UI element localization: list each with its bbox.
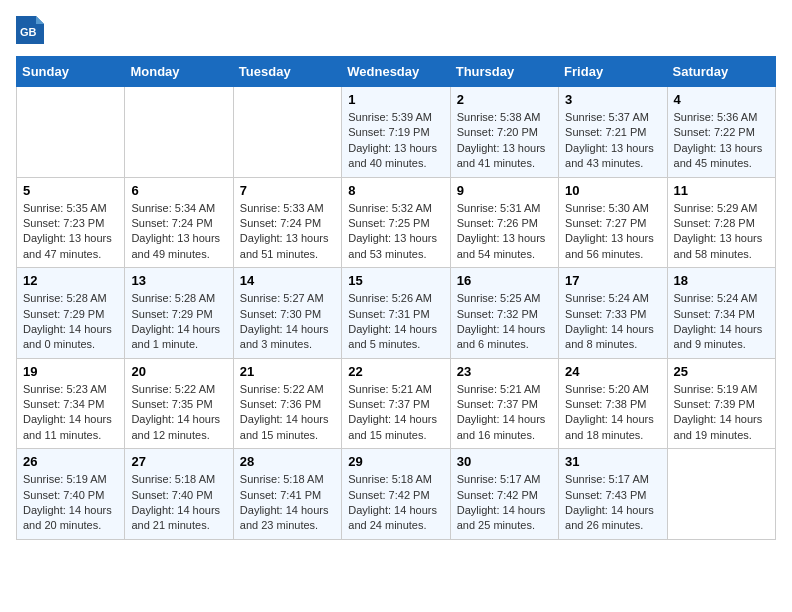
day-number: 29 bbox=[348, 454, 443, 469]
day-number: 7 bbox=[240, 183, 335, 198]
calendar-cell bbox=[667, 449, 775, 540]
logo: GB bbox=[16, 16, 46, 44]
day-number: 13 bbox=[131, 273, 226, 288]
calendar-week-5: 26Sunrise: 5:19 AM Sunset: 7:40 PM Dayli… bbox=[17, 449, 776, 540]
day-number: 27 bbox=[131, 454, 226, 469]
day-number: 2 bbox=[457, 92, 552, 107]
calendar-cell: 20Sunrise: 5:22 AM Sunset: 7:35 PM Dayli… bbox=[125, 358, 233, 449]
day-info: Sunrise: 5:25 AM Sunset: 7:32 PM Dayligh… bbox=[457, 291, 552, 353]
calendar-cell: 28Sunrise: 5:18 AM Sunset: 7:41 PM Dayli… bbox=[233, 449, 341, 540]
calendar-cell: 19Sunrise: 5:23 AM Sunset: 7:34 PM Dayli… bbox=[17, 358, 125, 449]
day-number: 20 bbox=[131, 364, 226, 379]
day-number: 23 bbox=[457, 364, 552, 379]
svg-text:GB: GB bbox=[20, 26, 37, 38]
day-info: Sunrise: 5:24 AM Sunset: 7:33 PM Dayligh… bbox=[565, 291, 660, 353]
calendar-cell: 30Sunrise: 5:17 AM Sunset: 7:42 PM Dayli… bbox=[450, 449, 558, 540]
day-info: Sunrise: 5:23 AM Sunset: 7:34 PM Dayligh… bbox=[23, 382, 118, 444]
day-info: Sunrise: 5:27 AM Sunset: 7:30 PM Dayligh… bbox=[240, 291, 335, 353]
day-info: Sunrise: 5:18 AM Sunset: 7:41 PM Dayligh… bbox=[240, 472, 335, 534]
calendar-cell: 27Sunrise: 5:18 AM Sunset: 7:40 PM Dayli… bbox=[125, 449, 233, 540]
day-info: Sunrise: 5:36 AM Sunset: 7:22 PM Dayligh… bbox=[674, 110, 769, 172]
day-number: 14 bbox=[240, 273, 335, 288]
calendar-cell: 24Sunrise: 5:20 AM Sunset: 7:38 PM Dayli… bbox=[559, 358, 667, 449]
calendar-cell: 9Sunrise: 5:31 AM Sunset: 7:26 PM Daylig… bbox=[450, 177, 558, 268]
calendar-cell bbox=[125, 87, 233, 178]
day-number: 21 bbox=[240, 364, 335, 379]
calendar-cell: 2Sunrise: 5:38 AM Sunset: 7:20 PM Daylig… bbox=[450, 87, 558, 178]
day-number: 10 bbox=[565, 183, 660, 198]
day-number: 3 bbox=[565, 92, 660, 107]
calendar-cell: 22Sunrise: 5:21 AM Sunset: 7:37 PM Dayli… bbox=[342, 358, 450, 449]
weekday-header-saturday: Saturday bbox=[667, 57, 775, 87]
day-number: 8 bbox=[348, 183, 443, 198]
weekday-header-monday: Monday bbox=[125, 57, 233, 87]
weekday-header-row: SundayMondayTuesdayWednesdayThursdayFrid… bbox=[17, 57, 776, 87]
calendar-week-4: 19Sunrise: 5:23 AM Sunset: 7:34 PM Dayli… bbox=[17, 358, 776, 449]
weekday-header-sunday: Sunday bbox=[17, 57, 125, 87]
day-number: 16 bbox=[457, 273, 552, 288]
day-number: 5 bbox=[23, 183, 118, 198]
day-info: Sunrise: 5:17 AM Sunset: 7:42 PM Dayligh… bbox=[457, 472, 552, 534]
day-info: Sunrise: 5:30 AM Sunset: 7:27 PM Dayligh… bbox=[565, 201, 660, 263]
calendar-cell: 14Sunrise: 5:27 AM Sunset: 7:30 PM Dayli… bbox=[233, 268, 341, 359]
calendar-cell: 29Sunrise: 5:18 AM Sunset: 7:42 PM Dayli… bbox=[342, 449, 450, 540]
day-info: Sunrise: 5:19 AM Sunset: 7:39 PM Dayligh… bbox=[674, 382, 769, 444]
calendar-cell: 26Sunrise: 5:19 AM Sunset: 7:40 PM Dayli… bbox=[17, 449, 125, 540]
day-number: 26 bbox=[23, 454, 118, 469]
calendar-cell: 10Sunrise: 5:30 AM Sunset: 7:27 PM Dayli… bbox=[559, 177, 667, 268]
calendar-cell: 11Sunrise: 5:29 AM Sunset: 7:28 PM Dayli… bbox=[667, 177, 775, 268]
weekday-header-tuesday: Tuesday bbox=[233, 57, 341, 87]
calendar-week-3: 12Sunrise: 5:28 AM Sunset: 7:29 PM Dayli… bbox=[17, 268, 776, 359]
day-info: Sunrise: 5:18 AM Sunset: 7:40 PM Dayligh… bbox=[131, 472, 226, 534]
day-number: 1 bbox=[348, 92, 443, 107]
day-info: Sunrise: 5:28 AM Sunset: 7:29 PM Dayligh… bbox=[23, 291, 118, 353]
weekday-header-friday: Friday bbox=[559, 57, 667, 87]
day-number: 31 bbox=[565, 454, 660, 469]
day-info: Sunrise: 5:37 AM Sunset: 7:21 PM Dayligh… bbox=[565, 110, 660, 172]
day-info: Sunrise: 5:33 AM Sunset: 7:24 PM Dayligh… bbox=[240, 201, 335, 263]
calendar-cell: 12Sunrise: 5:28 AM Sunset: 7:29 PM Dayli… bbox=[17, 268, 125, 359]
day-number: 25 bbox=[674, 364, 769, 379]
day-number: 12 bbox=[23, 273, 118, 288]
calendar-cell: 15Sunrise: 5:26 AM Sunset: 7:31 PM Dayli… bbox=[342, 268, 450, 359]
weekday-header-wednesday: Wednesday bbox=[342, 57, 450, 87]
day-number: 9 bbox=[457, 183, 552, 198]
day-info: Sunrise: 5:22 AM Sunset: 7:36 PM Dayligh… bbox=[240, 382, 335, 444]
day-info: Sunrise: 5:28 AM Sunset: 7:29 PM Dayligh… bbox=[131, 291, 226, 353]
day-number: 30 bbox=[457, 454, 552, 469]
day-number: 22 bbox=[348, 364, 443, 379]
day-info: Sunrise: 5:32 AM Sunset: 7:25 PM Dayligh… bbox=[348, 201, 443, 263]
calendar-cell: 3Sunrise: 5:37 AM Sunset: 7:21 PM Daylig… bbox=[559, 87, 667, 178]
day-info: Sunrise: 5:24 AM Sunset: 7:34 PM Dayligh… bbox=[674, 291, 769, 353]
logo-icon: GB bbox=[16, 16, 44, 44]
calendar-cell: 7Sunrise: 5:33 AM Sunset: 7:24 PM Daylig… bbox=[233, 177, 341, 268]
day-info: Sunrise: 5:19 AM Sunset: 7:40 PM Dayligh… bbox=[23, 472, 118, 534]
day-info: Sunrise: 5:38 AM Sunset: 7:20 PM Dayligh… bbox=[457, 110, 552, 172]
calendar-cell bbox=[233, 87, 341, 178]
calendar-cell: 23Sunrise: 5:21 AM Sunset: 7:37 PM Dayli… bbox=[450, 358, 558, 449]
day-info: Sunrise: 5:17 AM Sunset: 7:43 PM Dayligh… bbox=[565, 472, 660, 534]
day-info: Sunrise: 5:20 AM Sunset: 7:38 PM Dayligh… bbox=[565, 382, 660, 444]
calendar-week-2: 5Sunrise: 5:35 AM Sunset: 7:23 PM Daylig… bbox=[17, 177, 776, 268]
page-header: GB bbox=[16, 16, 776, 44]
day-number: 11 bbox=[674, 183, 769, 198]
calendar-cell: 25Sunrise: 5:19 AM Sunset: 7:39 PM Dayli… bbox=[667, 358, 775, 449]
day-number: 4 bbox=[674, 92, 769, 107]
calendar-cell: 31Sunrise: 5:17 AM Sunset: 7:43 PM Dayli… bbox=[559, 449, 667, 540]
day-info: Sunrise: 5:34 AM Sunset: 7:24 PM Dayligh… bbox=[131, 201, 226, 263]
day-number: 6 bbox=[131, 183, 226, 198]
day-info: Sunrise: 5:31 AM Sunset: 7:26 PM Dayligh… bbox=[457, 201, 552, 263]
calendar-cell: 5Sunrise: 5:35 AM Sunset: 7:23 PM Daylig… bbox=[17, 177, 125, 268]
day-info: Sunrise: 5:22 AM Sunset: 7:35 PM Dayligh… bbox=[131, 382, 226, 444]
calendar-cell: 18Sunrise: 5:24 AM Sunset: 7:34 PM Dayli… bbox=[667, 268, 775, 359]
calendar-cell: 4Sunrise: 5:36 AM Sunset: 7:22 PM Daylig… bbox=[667, 87, 775, 178]
day-number: 19 bbox=[23, 364, 118, 379]
calendar-cell: 17Sunrise: 5:24 AM Sunset: 7:33 PM Dayli… bbox=[559, 268, 667, 359]
day-info: Sunrise: 5:35 AM Sunset: 7:23 PM Dayligh… bbox=[23, 201, 118, 263]
calendar-cell: 16Sunrise: 5:25 AM Sunset: 7:32 PM Dayli… bbox=[450, 268, 558, 359]
day-info: Sunrise: 5:29 AM Sunset: 7:28 PM Dayligh… bbox=[674, 201, 769, 263]
calendar-cell: 6Sunrise: 5:34 AM Sunset: 7:24 PM Daylig… bbox=[125, 177, 233, 268]
day-info: Sunrise: 5:21 AM Sunset: 7:37 PM Dayligh… bbox=[457, 382, 552, 444]
calendar-week-1: 1Sunrise: 5:39 AM Sunset: 7:19 PM Daylig… bbox=[17, 87, 776, 178]
day-info: Sunrise: 5:26 AM Sunset: 7:31 PM Dayligh… bbox=[348, 291, 443, 353]
